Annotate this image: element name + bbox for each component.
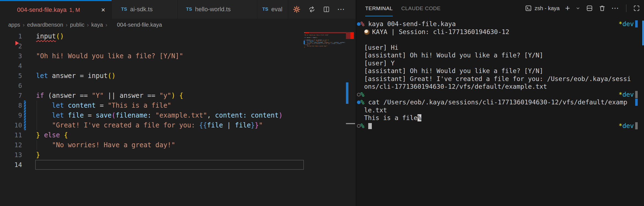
breadcrumb-separator: › [105, 21, 107, 28]
code-line[interactable]: 6 [0, 81, 304, 91]
panel-actions: zsh - kaya + ⋯ [525, 4, 644, 12]
claude-starburst-icon[interactable] [293, 5, 301, 13]
maximize-panel-icon[interactable] [633, 5, 640, 12]
line-number: 10 [0, 120, 22, 130]
breadcrumb-item[interactable]: public [70, 22, 84, 28]
code-line[interactable]: 9 let file = save(filename: "example.txt… [0, 110, 304, 120]
terminal-row: % *dev [357, 122, 644, 130]
no-newline-marker: % [417, 114, 421, 121]
terminal-text: ons/cli-1771360194630-12/vfs/default/exa… [364, 83, 547, 90]
overview-ruler-error-mark [350, 32, 354, 39]
git-branch-indicator: *dev [619, 91, 634, 99]
code-text: "Oh hi! Would you like a file? [Y/N]" [22, 52, 183, 60]
terminal-text: kaya 004-send-file.kaya [368, 20, 456, 27]
terminal-row: This is a file% [357, 114, 644, 122]
shell-prompt: % [361, 99, 368, 106]
code-line[interactable]: 10 "Great! I've created a file for you: … [0, 120, 304, 130]
overview-ruler-error-mark [346, 32, 350, 39]
terminal-row: [assistant] Great! I've created a file f… [357, 75, 644, 83]
typescript-icon: TS [121, 7, 127, 12]
code-line[interactable]: 14 [0, 160, 304, 170]
terminal-text: [assistant] Oh hi! Would you like a file… [364, 67, 543, 74]
code-text: } else { [22, 131, 68, 139]
terminal-text: KAYA | Session: cli-1771360194630-12 [372, 28, 509, 35]
tab-problems-modified-badge: 1, M [69, 7, 80, 13]
close-icon[interactable]: ✕ [101, 7, 105, 13]
terminal-overview-mark [635, 20, 638, 27]
terminal-row: le.txt [357, 106, 644, 114]
shell-prompt: % [361, 91, 368, 98]
breadcrumb-item[interactable]: apps [8, 22, 20, 28]
split-editor-icon[interactable] [323, 6, 330, 13]
code-line[interactable]: 4 [0, 61, 304, 71]
tab-eval[interactable]: TS eval [257, 0, 288, 19]
terminal-cursor [368, 123, 372, 129]
terminal-panel: TERMINAL CLAUDE CODE zsh - kaya + [357, 0, 644, 206]
breadcrumb: apps › edwardbenson › public › kaya › 00… [0, 19, 356, 31]
code-line[interactable]: 5let answer = input() [0, 71, 304, 81]
minimap-line: "Great! I've created a file for you: {{f… [304, 43, 346, 44]
command-ran-indicator[interactable] [357, 22, 361, 26]
header-divider [626, 4, 626, 12]
line-number: 4 [0, 61, 22, 71]
git-branch-indicator: *dev [619, 20, 634, 28]
code-text [22, 62, 36, 70]
tab-004-send-file[interactable]: 004-send-file.kaya 1, M ✕ [0, 0, 112, 19]
tab-claude-code[interactable]: CLAUDE CODE [401, 0, 441, 16]
terminal-row: % cat /Users/eob/.kaya/sessions/cli-1771… [357, 98, 644, 106]
kill-terminal-trash-icon[interactable] [599, 5, 606, 12]
code-text [22, 42, 36, 50]
terminal-output[interactable]: % kaya 004-send-file.kaya*devKAYA | Sess… [357, 16, 644, 130]
command-ran-indicator[interactable] [357, 101, 361, 104]
terminal-text: [user] Y [364, 60, 395, 67]
code-line[interactable]: 7if (answer == "Y" || answer == "y") { [0, 91, 304, 101]
shell-label: zsh - kaya [534, 5, 560, 12]
active-terminal-select[interactable]: zsh - kaya [525, 5, 560, 12]
more-actions-icon[interactable]: ⋯ [611, 5, 620, 11]
panel-header: TERMINAL CLAUDE CODE zsh - kaya + [357, 0, 644, 16]
code-text: let answer = input() [22, 72, 116, 80]
line-number: 11 [0, 130, 22, 140]
more-actions-icon[interactable]: ⋯ [337, 7, 345, 12]
code-editor[interactable]: 1input()23"Oh hi! Would you like a file?… [0, 31, 304, 170]
line-number: 1 [0, 31, 22, 41]
code-line[interactable]: 13} [0, 150, 304, 160]
chevron-down-icon[interactable] [575, 6, 580, 11]
code-line[interactable]: 12 "No worries! Have a great day!" [0, 140, 304, 150]
terminal-text: [assistant] Oh hi! Would you like a file… [364, 52, 543, 59]
terminal-row: [assistant] Oh hi! Would you like a file… [357, 67, 644, 75]
tab-hello-world[interactable]: TS hello-world.ts [178, 0, 257, 19]
breadcrumb-item[interactable]: edwardbenson [27, 22, 63, 28]
overview-ruler-modified-mark [346, 82, 348, 104]
terminal-scrollbar[interactable] [642, 21, 644, 45]
breadcrumb-separator: › [66, 21, 68, 28]
compare-changes-icon[interactable] [308, 5, 316, 13]
git-branch-indicator: *dev [619, 122, 634, 130]
command-skipped-indicator[interactable] [357, 93, 361, 96]
tab-label: 004-send-file.kaya [17, 6, 67, 13]
code-text: } [22, 151, 40, 159]
typescript-icon: TS [262, 7, 268, 12]
minimap[interactable]: input()"Oh hi! Would you like a file? [Y… [304, 32, 346, 49]
terminal-row: ons/cli-1771360194630-12/vfs/default/exa… [357, 83, 644, 91]
command-skipped-indicator[interactable] [357, 124, 361, 128]
code-line[interactable]: 3"Oh hi! Would you like a file? [Y/N]" [0, 51, 304, 61]
line-number: 12 [0, 140, 22, 150]
terminal-text: [user] Hi [364, 44, 399, 51]
split-terminal-icon[interactable] [586, 5, 593, 12]
code-line[interactable]: 2 [0, 41, 304, 51]
shell-prompt: % [361, 20, 368, 27]
code-line[interactable]: 8 let content = "This is a file" [0, 101, 304, 110]
tab-ai-sdk[interactable]: TS ai-sdk.ts [112, 0, 178, 19]
code-line[interactable]: 1input() [0, 31, 304, 41]
line-number: 2 [0, 41, 22, 51]
breadcrumb-item[interactable]: kaya [91, 22, 103, 28]
new-terminal-button[interactable]: + [565, 5, 570, 12]
tab-label: eval [271, 6, 282, 13]
line-number: 8 [0, 101, 22, 110]
minimap-modified-mark [304, 41, 305, 44]
code-line[interactable]: 11} else { [0, 130, 304, 140]
breadcrumb-file[interactable]: 004-send-file.kaya [117, 22, 162, 28]
line-number: 9 [0, 110, 22, 120]
tab-terminal[interactable]: TERMINAL [365, 0, 393, 16]
